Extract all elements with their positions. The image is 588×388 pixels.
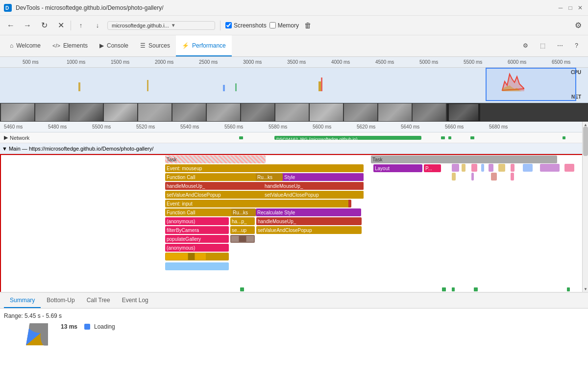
screenshots-checkbox-group[interactable]: Screenshots [225,22,267,29]
set-value-block-1[interactable]: setValueAndClosePopup [263,191,364,199]
screenshot-9 [310,103,343,121]
minimize-button[interactable]: ─ [557,4,564,12]
mini-bar-0-b [239,236,246,242]
memory-checkbox-group[interactable]: Memory [270,22,299,29]
filter-camera-block[interactable]: filterByCamera [165,226,229,234]
tab-summary[interactable]: Summary [4,293,41,308]
ruler-tick-11: 6000 ms [508,59,526,65]
back-button[interactable]: ← [4,19,18,32]
scrollbar-thumb[interactable] [583,127,588,156]
anon-block-1[interactable]: (anonymous) [165,244,229,252]
screenshot-7 [241,103,274,121]
layout-label: Layout [373,166,390,171]
mark-12 [540,164,560,172]
event-input-block[interactable]: Event: input [165,200,351,207]
task-block-striped[interactable]: Task [165,155,266,163]
tab-bottom-up[interactable]: Bottom-Up [41,293,80,308]
seup-block[interactable]: se...up [230,226,255,234]
scattered-marks [442,155,587,292]
ruler2-tick-2: 5500 ms [92,124,111,129]
memory-label: Memory [278,22,299,29]
mini-bar-1-d [206,253,228,260]
mini-bars-1[interactable] [165,253,229,260]
bottom-panel: Summary Bottom-Up Call Tree Event Log Ra… [0,292,588,370]
mini-bar-1-a [166,253,188,260]
vertical-scrollbar[interactable]: ▲ ▼ [582,122,588,292]
tab-elements[interactable]: </> Elements [47,35,94,56]
url-box[interactable]: microsoftedge.github.i... ▼ [107,21,215,30]
welcome-tab-icon: ⌂ [10,42,13,49]
ruler-tick-10: 5500 ms [464,59,482,65]
welcome-tab-label: Welcome [16,42,41,49]
refresh-button[interactable]: ↻ [37,19,51,32]
stop-button[interactable]: ✕ [54,19,68,32]
anon-block-0[interactable]: (anonymous) [165,217,229,225]
main-thread-flamechart[interactable]: Task Task Event: mouseup Layout [0,154,588,292]
tab-settings[interactable]: ⚙ [517,35,534,56]
ruler-tick-5: 3000 ms [243,59,262,65]
event-mouseup-block[interactable]: Event: mouseup [165,164,364,172]
mark-13 [564,164,574,172]
ruks-block-1[interactable]: Ru...ks [231,208,256,216]
tab-console[interactable]: ▶ Console [94,35,134,56]
upload-button[interactable]: ↑ [74,19,88,32]
close-button[interactable]: ✕ [576,4,584,12]
main-thread-header[interactable]: ▼ Main — https://microsoftedge.github.io… [0,143,588,154]
handle-mouseup-block-1[interactable]: handleMouseUp_ [263,182,364,190]
gpu-mark-4 [567,287,570,291]
tab-dock[interactable]: ⬚ [534,35,551,56]
paint-block[interactable]: P... [424,164,441,172]
tab-more[interactable]: ⋯ [551,35,569,56]
tab-sources[interactable]: ☰ Sources [134,35,176,56]
hap-label: ha...p_ [230,219,247,224]
scrollbar-up-arrow[interactable]: ▲ [583,122,588,128]
screenshot-6 [207,103,240,121]
screenshots-checkbox[interactable] [225,22,232,28]
svg-text:D: D [5,5,9,11]
clear-button[interactable]: 🗑 [302,20,314,31]
sources-tab-label: Sources [148,42,170,49]
network-bar: DSC04162.JPG (microsoftedge.github.io) [274,136,421,140]
zoomed-ruler: 5460 ms 5480 ms 5500 ms 5520 ms 5540 ms … [0,122,588,132]
devtools-settings-button[interactable]: ⚙ [572,20,584,31]
hap-block[interactable]: ha...p_ [230,217,255,225]
network-track-header[interactable]: ▶ Network DSC04162.JPG (microsoftedge.gi… [0,132,588,143]
mini-bar-0-a [231,236,239,242]
mini-bar-0-c [246,236,254,242]
scrollbar-down-arrow[interactable]: ▼ [583,286,588,292]
mini-bar-1-c [195,253,206,260]
tab-call-tree[interactable]: Call Tree [81,293,116,308]
light-blue-block[interactable] [165,262,229,270]
maximize-button[interactable]: □ [566,4,574,12]
ruks-block[interactable]: Ru...ks [256,173,283,181]
summary-tab-label: Summary [10,297,35,304]
handle-mouseup-label-1: handleMouseUp_ [263,183,303,189]
screenshot-11 [378,103,412,121]
handle-mouseup-block-2[interactable]: handleMouseUp_ [256,217,362,225]
download-button[interactable]: ↓ [91,19,104,32]
bottom-up-tab-label: Bottom-Up [47,297,74,304]
ruler2-tick-0: 5460 ms [4,124,23,129]
timeline-minimap[interactable]: CPU NET [0,68,588,103]
set-value-label-2: setValueAndClosePopup [256,228,312,233]
layout-block[interactable]: Layout [373,164,422,172]
gpu-mark-3 [474,287,478,291]
tab-event-log[interactable]: Event Log [116,293,154,308]
window-controls: ─ □ ✕ [557,4,584,12]
memory-checkbox[interactable] [270,22,276,28]
timeline-selection[interactable] [486,68,576,101]
screenshot-last [447,103,480,121]
ruler2-tick-1: 5480 ms [48,124,67,129]
forward-button[interactable]: → [21,19,34,32]
tab-help[interactable]: ? [569,35,584,56]
mark-10 [491,173,497,181]
populate-gallery-block[interactable]: populateGallery [165,235,229,243]
dock-icon: ⬚ [540,42,545,49]
set-value-block-2[interactable]: setValueAndClosePopup [256,226,362,234]
handle-mouseup-label-2: handleMouseUp_ [256,219,296,224]
screenshot-8 [275,103,309,121]
tab-performance[interactable]: ⚡ Performance [176,35,232,56]
tab-welcome[interactable]: ⌂ Welcome [4,35,47,56]
ruler2-tick-8: 5620 ms [357,124,375,129]
recalc-style-block-1[interactable]: Recalculate Style [256,208,361,216]
